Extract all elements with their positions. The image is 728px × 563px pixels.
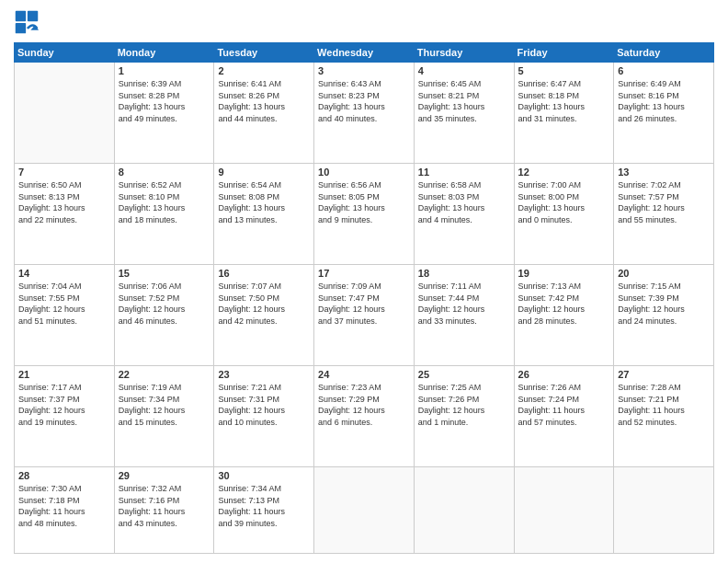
calendar-cell: 27Sunrise: 7:28 AM Sunset: 7:21 PM Dayli… [614, 366, 714, 467]
day-info: Sunrise: 6:43 AM Sunset: 8:23 PM Dayligh… [318, 78, 410, 124]
calendar-cell: 3Sunrise: 6:43 AM Sunset: 8:23 PM Daylig… [314, 63, 415, 164]
calendar-cell: 23Sunrise: 7:21 AM Sunset: 7:31 PM Dayli… [214, 366, 314, 467]
day-number: 21 [18, 369, 110, 380]
day-info: Sunrise: 6:41 AM Sunset: 8:26 PM Dayligh… [218, 78, 310, 124]
day-number: 20 [618, 268, 710, 279]
day-info: Sunrise: 6:47 AM Sunset: 8:18 PM Dayligh… [518, 78, 610, 124]
calendar-cell [15, 63, 115, 164]
logo [14, 9, 43, 35]
calendar-cell [314, 467, 415, 554]
day-number: 5 [518, 65, 610, 76]
calendar-cell: 20Sunrise: 7:15 AM Sunset: 7:39 PM Dayli… [614, 265, 714, 366]
day-number: 29 [119, 470, 210, 481]
day-info: Sunrise: 7:19 AM Sunset: 7:34 PM Dayligh… [119, 382, 210, 428]
calendar-cell: 2Sunrise: 6:41 AM Sunset: 8:26 PM Daylig… [214, 63, 314, 164]
day-info: Sunrise: 7:34 AM Sunset: 7:13 PM Dayligh… [218, 483, 310, 529]
calendar-cell [514, 467, 614, 554]
day-number: 7 [18, 167, 110, 178]
calendar-cell [614, 467, 714, 554]
calendar-cell [414, 467, 514, 554]
day-number: 1 [119, 65, 210, 76]
calendar-cell: 14Sunrise: 7:04 AM Sunset: 7:55 PM Dayli… [15, 265, 115, 366]
logo-icon [14, 9, 40, 35]
page: SundayMondayTuesdayWednesdayThursdayFrid… [0, 0, 728, 563]
weekday-header-tuesday: Tuesday [214, 43, 314, 63]
day-info: Sunrise: 6:56 AM Sunset: 8:05 PM Dayligh… [318, 179, 410, 225]
calendar-cell: 4Sunrise: 6:45 AM Sunset: 8:21 PM Daylig… [414, 63, 514, 164]
day-info: Sunrise: 7:06 AM Sunset: 7:52 PM Dayligh… [119, 281, 210, 327]
weekday-header-monday: Monday [114, 43, 214, 63]
calendar-cell: 10Sunrise: 6:56 AM Sunset: 8:05 PM Dayli… [314, 164, 415, 265]
calendar-cell: 28Sunrise: 7:30 AM Sunset: 7:18 PM Dayli… [15, 467, 115, 554]
calendar-week-4: 21Sunrise: 7:17 AM Sunset: 7:37 PM Dayli… [15, 366, 714, 467]
day-number: 13 [618, 167, 710, 178]
day-number: 24 [318, 369, 410, 380]
calendar-cell: 30Sunrise: 7:34 AM Sunset: 7:13 PM Dayli… [214, 467, 314, 554]
weekday-header-thursday: Thursday [414, 43, 514, 63]
day-number: 26 [518, 369, 610, 380]
day-number: 27 [618, 369, 710, 380]
day-number: 15 [119, 268, 210, 279]
day-info: Sunrise: 7:00 AM Sunset: 8:00 PM Dayligh… [518, 179, 610, 225]
day-info: Sunrise: 7:32 AM Sunset: 7:16 PM Dayligh… [119, 483, 210, 529]
weekday-header-sunday: Sunday [15, 43, 115, 63]
day-info: Sunrise: 7:11 AM Sunset: 7:44 PM Dayligh… [418, 281, 510, 327]
calendar-cell: 18Sunrise: 7:11 AM Sunset: 7:44 PM Dayli… [414, 265, 514, 366]
weekday-header-saturday: Saturday [614, 43, 714, 63]
day-info: Sunrise: 7:13 AM Sunset: 7:42 PM Dayligh… [518, 281, 610, 327]
calendar-cell: 12Sunrise: 7:00 AM Sunset: 8:00 PM Dayli… [514, 164, 614, 265]
day-number: 23 [218, 369, 310, 380]
calendar-cell: 9Sunrise: 6:54 AM Sunset: 8:08 PM Daylig… [214, 164, 314, 265]
calendar-cell: 26Sunrise: 7:26 AM Sunset: 7:24 PM Dayli… [514, 366, 614, 467]
calendar-cell: 11Sunrise: 6:58 AM Sunset: 8:03 PM Dayli… [414, 164, 514, 265]
day-info: Sunrise: 6:45 AM Sunset: 8:21 PM Dayligh… [418, 78, 510, 124]
day-number: 28 [18, 470, 110, 481]
calendar-table: SundayMondayTuesdayWednesdayThursdayFrid… [14, 42, 714, 554]
header [14, 9, 714, 35]
day-info: Sunrise: 6:50 AM Sunset: 8:13 PM Dayligh… [18, 179, 110, 225]
day-number: 12 [518, 167, 610, 178]
svg-rect-1 [28, 11, 38, 21]
day-info: Sunrise: 7:30 AM Sunset: 7:18 PM Dayligh… [18, 483, 110, 529]
calendar-cell: 1Sunrise: 6:39 AM Sunset: 8:28 PM Daylig… [114, 63, 214, 164]
day-info: Sunrise: 7:25 AM Sunset: 7:26 PM Dayligh… [418, 382, 510, 428]
day-number: 4 [418, 65, 510, 76]
day-number: 9 [218, 167, 310, 178]
day-info: Sunrise: 7:04 AM Sunset: 7:55 PM Dayligh… [18, 281, 110, 327]
day-number: 10 [318, 167, 410, 178]
day-info: Sunrise: 7:15 AM Sunset: 7:39 PM Dayligh… [618, 281, 710, 327]
calendar-cell: 22Sunrise: 7:19 AM Sunset: 7:34 PM Dayli… [114, 366, 214, 467]
day-info: Sunrise: 7:07 AM Sunset: 7:50 PM Dayligh… [218, 281, 310, 327]
day-number: 25 [418, 369, 510, 380]
calendar-cell: 6Sunrise: 6:49 AM Sunset: 8:16 PM Daylig… [614, 63, 714, 164]
calendar-cell: 25Sunrise: 7:25 AM Sunset: 7:26 PM Dayli… [414, 366, 514, 467]
day-info: Sunrise: 7:28 AM Sunset: 7:21 PM Dayligh… [618, 382, 710, 428]
calendar-cell: 29Sunrise: 7:32 AM Sunset: 7:16 PM Dayli… [114, 467, 214, 554]
calendar-week-5: 28Sunrise: 7:30 AM Sunset: 7:18 PM Dayli… [15, 467, 714, 554]
day-number: 22 [119, 369, 210, 380]
calendar-week-1: 1Sunrise: 6:39 AM Sunset: 8:28 PM Daylig… [15, 63, 714, 164]
day-info: Sunrise: 7:17 AM Sunset: 7:37 PM Dayligh… [18, 382, 110, 428]
day-info: Sunrise: 6:54 AM Sunset: 8:08 PM Dayligh… [218, 179, 310, 225]
calendar-cell: 19Sunrise: 7:13 AM Sunset: 7:42 PM Dayli… [514, 265, 614, 366]
day-info: Sunrise: 7:26 AM Sunset: 7:24 PM Dayligh… [518, 382, 610, 428]
calendar-week-3: 14Sunrise: 7:04 AM Sunset: 7:55 PM Dayli… [15, 265, 714, 366]
calendar-cell: 8Sunrise: 6:52 AM Sunset: 8:10 PM Daylig… [114, 164, 214, 265]
day-info: Sunrise: 6:39 AM Sunset: 8:28 PM Dayligh… [119, 78, 210, 124]
calendar-cell: 13Sunrise: 7:02 AM Sunset: 7:57 PM Dayli… [614, 164, 714, 265]
calendar-cell: 16Sunrise: 7:07 AM Sunset: 7:50 PM Dayli… [214, 265, 314, 366]
calendar-cell: 5Sunrise: 6:47 AM Sunset: 8:18 PM Daylig… [514, 63, 614, 164]
calendar-cell: 17Sunrise: 7:09 AM Sunset: 7:47 PM Dayli… [314, 265, 415, 366]
day-info: Sunrise: 6:58 AM Sunset: 8:03 PM Dayligh… [418, 179, 510, 225]
day-number: 30 [218, 470, 310, 481]
day-number: 17 [318, 268, 410, 279]
calendar-cell: 15Sunrise: 7:06 AM Sunset: 7:52 PM Dayli… [114, 265, 214, 366]
day-number: 8 [119, 167, 210, 178]
day-number: 11 [418, 167, 510, 178]
calendar-cell: 21Sunrise: 7:17 AM Sunset: 7:37 PM Dayli… [15, 366, 115, 467]
day-number: 14 [18, 268, 110, 279]
svg-rect-0 [16, 11, 26, 21]
day-number: 2 [218, 65, 310, 76]
day-info: Sunrise: 7:02 AM Sunset: 7:57 PM Dayligh… [618, 179, 710, 225]
calendar-cell: 24Sunrise: 7:23 AM Sunset: 7:29 PM Dayli… [314, 366, 415, 467]
